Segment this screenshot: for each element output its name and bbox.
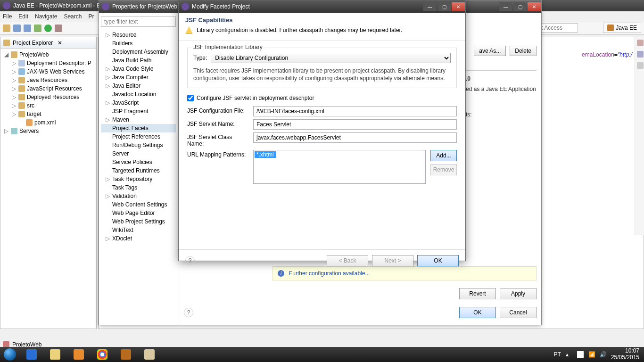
properties-tree-item[interactable]: JSP Fragment bbox=[101, 107, 176, 115]
properties-tree-item[interactable]: Targeted Runtimes bbox=[101, 166, 176, 175]
windows-orb-icon bbox=[4, 348, 16, 361]
perspective-button[interactable]: Java EE bbox=[603, 23, 641, 33]
close-button[interactable]: ✕ bbox=[452, 2, 465, 11]
properties-tree-item[interactable]: ▷JavaScript bbox=[101, 99, 176, 107]
save-icon[interactable] bbox=[13, 25, 21, 32]
debug-icon[interactable] bbox=[34, 25, 41, 32]
volume-icon[interactable]: 🔊 bbox=[600, 351, 606, 358]
configure-servlet-checkbox[interactable] bbox=[187, 95, 194, 101]
properties-tree-item[interactable]: Builders bbox=[101, 39, 176, 48]
properties-tree-item[interactable]: Web Content Settings bbox=[101, 200, 176, 209]
properties-tree[interactable]: ▷ResourceBuildersDeployment AssemblyJava… bbox=[99, 13, 178, 325]
minimize-button[interactable]: — bbox=[423, 2, 437, 11]
properties-tree-item[interactable]: ▷Java Code Style bbox=[101, 65, 176, 73]
eclipse-icon bbox=[3, 2, 10, 9]
cancel-button[interactable]: Cancel bbox=[500, 307, 537, 318]
properties-tree-item[interactable]: ▷Java Editor bbox=[101, 82, 176, 90]
tree-node: pom.xml bbox=[0, 118, 96, 127]
lang-indicator[interactable]: PT bbox=[554, 351, 561, 358]
save-as-button[interactable]: ave As... bbox=[474, 46, 506, 56]
delete-button[interactable]: Delete bbox=[510, 46, 537, 56]
type-row: Type: Disable Library Configuration bbox=[193, 53, 451, 63]
menu-navigate[interactable]: Navigate bbox=[35, 13, 57, 20]
menu-file[interactable]: File bbox=[3, 13, 12, 20]
outline-icon[interactable] bbox=[637, 40, 644, 46]
flag-icon[interactable] bbox=[577, 351, 584, 358]
type-select[interactable]: Disable Library Configuration bbox=[211, 53, 451, 63]
patterns-list[interactable]: *.xhtml bbox=[253, 150, 426, 184]
properties-tree-item[interactable]: Service Policies bbox=[101, 158, 176, 166]
properties-tree-item[interactable]: ▷Resource bbox=[101, 31, 176, 39]
tree-node: ▷target bbox=[0, 110, 96, 118]
taskbar-chrome[interactable] bbox=[91, 347, 114, 362]
taskbar-ie[interactable] bbox=[20, 347, 43, 362]
add-button[interactable]: Add... bbox=[430, 150, 457, 161]
configure-servlet-row[interactable]: Configure JSF servlet in deployment desc… bbox=[187, 95, 457, 101]
properties-tree-item[interactable]: Java Build Path bbox=[101, 56, 176, 65]
stop-icon[interactable] bbox=[55, 25, 62, 32]
properties-tree-item[interactable]: Server bbox=[101, 149, 176, 158]
properties-tree-item[interactable]: Web Project Settings bbox=[101, 217, 176, 226]
system-tray[interactable]: PT ▴ 📶 🔊 10:07 25/05/2015 bbox=[554, 348, 644, 361]
menu-project[interactable]: Pr bbox=[88, 13, 94, 20]
taskbar-eclipse[interactable] bbox=[115, 347, 137, 362]
properties-tree-item[interactable]: Run/Debug Settings bbox=[101, 141, 176, 149]
window-controls: — ▢ ✕ bbox=[423, 2, 465, 11]
properties-tree-item[interactable]: ▷XDoclet bbox=[101, 234, 176, 243]
menu-search[interactable]: Search bbox=[64, 13, 82, 20]
run-icon[interactable] bbox=[44, 25, 52, 32]
start-button[interactable] bbox=[0, 347, 20, 362]
project-explorer-tab[interactable]: Project Explorer ✕ bbox=[0, 37, 96, 49]
tree-node: ▷Deployment Descriptor: P bbox=[0, 59, 96, 67]
maximize-button[interactable]: ▢ bbox=[513, 2, 527, 11]
project-tree[interactable]: ◢ProjetoWeb ▷Deployment Descriptor: P ▷J… bbox=[0, 49, 96, 137]
clock-time: 10:07 bbox=[611, 348, 639, 354]
apply-button[interactable]: Apply bbox=[500, 288, 537, 299]
tree-node: ▷Deployed Resources bbox=[0, 93, 96, 101]
servlet-name-input[interactable] bbox=[253, 119, 457, 130]
close-icon[interactable]: ✕ bbox=[58, 40, 62, 46]
config-file-input[interactable] bbox=[253, 106, 457, 116]
clock[interactable]: 10:07 25/05/2015 bbox=[611, 348, 639, 361]
properties-tree-item[interactable]: ▷Validation bbox=[101, 192, 176, 200]
network-icon[interactable]: 📶 bbox=[588, 351, 595, 358]
explorer-icon bbox=[3, 40, 10, 46]
properties-tree-item[interactable]: ▷Task Repository bbox=[101, 175, 176, 183]
properties-tree-item[interactable]: Project Facets bbox=[101, 124, 176, 132]
taskbar-explorer[interactable] bbox=[44, 347, 66, 362]
properties-tree-item[interactable]: ▷Java Compiler bbox=[101, 73, 176, 82]
ok-button[interactable]: OK bbox=[459, 307, 496, 318]
patterns-label: URL Mapping Patterns: bbox=[187, 150, 248, 184]
properties-tree-item[interactable]: Javadoc Location bbox=[101, 90, 176, 99]
task-list-icon[interactable] bbox=[637, 51, 644, 58]
further-config-link[interactable]: Further configuration available... bbox=[289, 270, 370, 277]
help-icon[interactable]: ? bbox=[184, 308, 193, 317]
properties-tree-item[interactable]: Task Tags bbox=[101, 183, 176, 192]
close-button[interactable]: ✕ bbox=[528, 2, 541, 11]
pattern-item[interactable]: *.xhtml bbox=[255, 151, 276, 158]
properties-tree-item[interactable]: WikiText bbox=[101, 226, 176, 234]
new-icon[interactable] bbox=[3, 25, 10, 32]
minimize-button[interactable]: — bbox=[499, 2, 512, 11]
chevron-up-icon[interactable]: ▴ bbox=[566, 351, 572, 358]
taskbar[interactable]: PT ▴ 📶 🔊 10:07 25/05/2015 bbox=[0, 347, 644, 362]
revert-button[interactable]: Revert bbox=[459, 288, 496, 299]
maximize-button[interactable]: ▢ bbox=[438, 2, 451, 11]
group-legend: JSF Implementation Library bbox=[191, 44, 264, 50]
facet-titlebar[interactable]: Modify Faceted Project — ▢ ✕ bbox=[179, 0, 465, 13]
taskbar-paint[interactable] bbox=[138, 347, 161, 362]
save-all-icon[interactable] bbox=[24, 25, 31, 32]
next-button: Next > bbox=[372, 255, 413, 266]
properties-tree-item[interactable]: Project References bbox=[101, 132, 176, 141]
ok-button[interactable]: OK bbox=[417, 255, 459, 266]
menu-edit[interactable]: Edit bbox=[18, 13, 28, 20]
taskbar-media[interactable] bbox=[67, 347, 90, 362]
filter-input[interactable] bbox=[101, 16, 176, 27]
properties-tree-item[interactable]: Web Page Editor bbox=[101, 209, 176, 217]
help-icon[interactable]: ? bbox=[185, 256, 195, 265]
minimap-icon[interactable] bbox=[637, 62, 644, 69]
facet-body: JSF Implementation Library Type: Disable… bbox=[179, 41, 465, 249]
properties-tree-item[interactable]: Deployment Assembly bbox=[101, 48, 176, 56]
servlet-class-input[interactable] bbox=[253, 132, 457, 143]
properties-tree-item[interactable]: ▷Maven bbox=[101, 115, 176, 124]
